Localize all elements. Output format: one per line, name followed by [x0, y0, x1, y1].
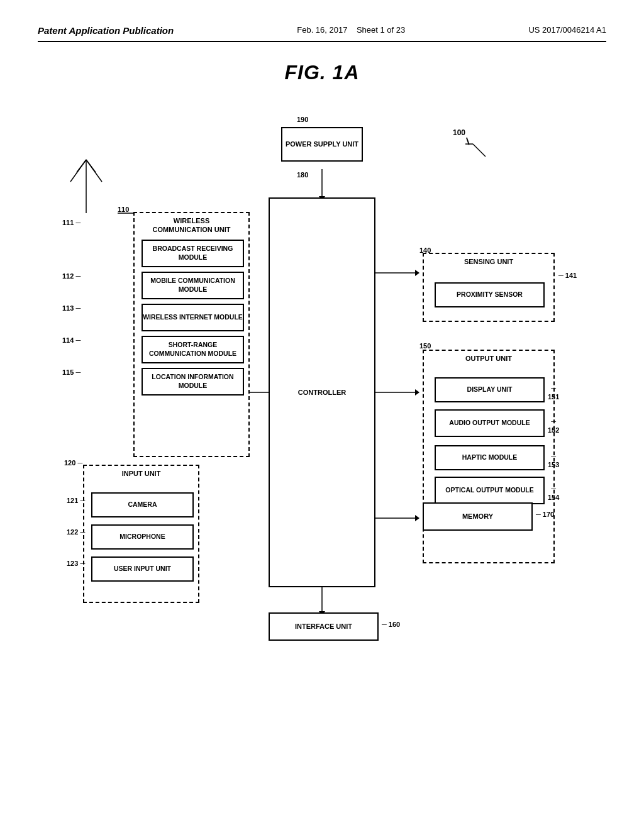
figure-title: FIG. 1A — [38, 61, 606, 84]
box-broadcast: BROADCAST RECEIVING MODULE — [142, 240, 244, 267]
label-112: 112 ─ — [62, 272, 80, 280]
label-123: 123 ─ — [67, 559, 85, 568]
box-haptic: HAPTIC MODULE — [435, 445, 545, 470]
label-122: 122 ─ — [67, 528, 85, 536]
label-115: 115 ─ — [62, 368, 80, 377]
label-190: 190 — [297, 116, 308, 123]
svg-line-4 — [86, 160, 96, 172]
label-114: 114 ─ — [62, 336, 80, 345]
svg-line-1 — [70, 160, 86, 182]
header-left: Patent Application Publication — [38, 25, 174, 36]
box-proximity: PROXIMITY SENSOR — [435, 282, 545, 307]
box-wireless-internet: WIRELESS INTERNET MODULE — [142, 304, 244, 331]
box-controller: CONTROLLER — [269, 197, 375, 587]
svg-marker-17 — [415, 515, 419, 521]
box-memory: MEMORY — [423, 502, 533, 531]
header-center: Feb. 16, 2017 Sheet 1 of 23 — [297, 25, 405, 35]
box-output-unit: OUTPUT UNIT DISPLAY UNIT ─ 151 AUDIO OUT… — [423, 350, 555, 563]
box-display: DISPLAY UNIT — [435, 377, 545, 402]
label-160: ─ 160 — [382, 621, 400, 628]
box-user-input: USER INPUT UNIT — [91, 556, 194, 582]
label-113: 113 ─ — [62, 304, 80, 313]
box-location: LOCATION INFORMATION MODULE — [142, 368, 244, 396]
label-141: ─ 141 — [558, 272, 577, 279]
box-power-supply: POWER SUPPLY UNIT — [281, 127, 363, 162]
box-camera: CAMERA — [91, 492, 194, 517]
ref-100: 100 — [453, 128, 465, 137]
page-header: Patent Application Publication Feb. 16, … — [38, 25, 606, 42]
label-153: ─ 153 — [548, 451, 559, 470]
label-151: ─ 151 — [548, 384, 559, 402]
label-170: ─ 170 — [536, 511, 554, 518]
svg-line-3 — [77, 160, 86, 172]
box-input-unit: INPUT UNIT 121 ─ CAMERA 122 ─ MICROPHONE… — [83, 465, 199, 603]
ref-100-slash: / — [464, 136, 472, 147]
box-microphone: MICROPHONE — [91, 524, 194, 550]
svg-line-6 — [473, 144, 486, 157]
header-right: US 2017/0046214 A1 — [528, 25, 606, 35]
box-interface: INTERFACE UNIT — [269, 612, 379, 641]
svg-line-2 — [86, 160, 102, 182]
box-optical: OPTICAL OUTPUT MODULE — [435, 477, 545, 504]
label-152: ─ 152 — [548, 417, 559, 435]
label-110: 110 — [118, 206, 129, 213]
box-sensing-unit: SENSING UNIT PROXIMITY SENSOR — [423, 253, 555, 322]
label-121: 121 ─ — [67, 496, 85, 505]
label-111: 111 ─ — [62, 218, 80, 227]
box-mobile: MOBILE COMMUNICATION MODULE — [142, 272, 244, 299]
diagram: 100 / 190 POWER SUPPLY UNIT 180 CONTROLL… — [52, 109, 592, 707]
svg-marker-15 — [415, 389, 419, 396]
box-short-range: SHORT-RANGE COMMUNICATION MODULE — [142, 336, 244, 363]
label-150: 150 — [419, 342, 431, 350]
box-audio: AUDIO OUTPUT MODULE — [435, 409, 545, 437]
svg-marker-13 — [415, 270, 419, 276]
box-wireless-unit: WIRELESSCOMMUNICATION UNIT 111 ─ BROADCA… — [133, 212, 250, 457]
label-154: ─ 154 — [548, 484, 559, 502]
label-120: 120 ─ — [64, 459, 82, 467]
label-180: 180 — [297, 171, 308, 179]
